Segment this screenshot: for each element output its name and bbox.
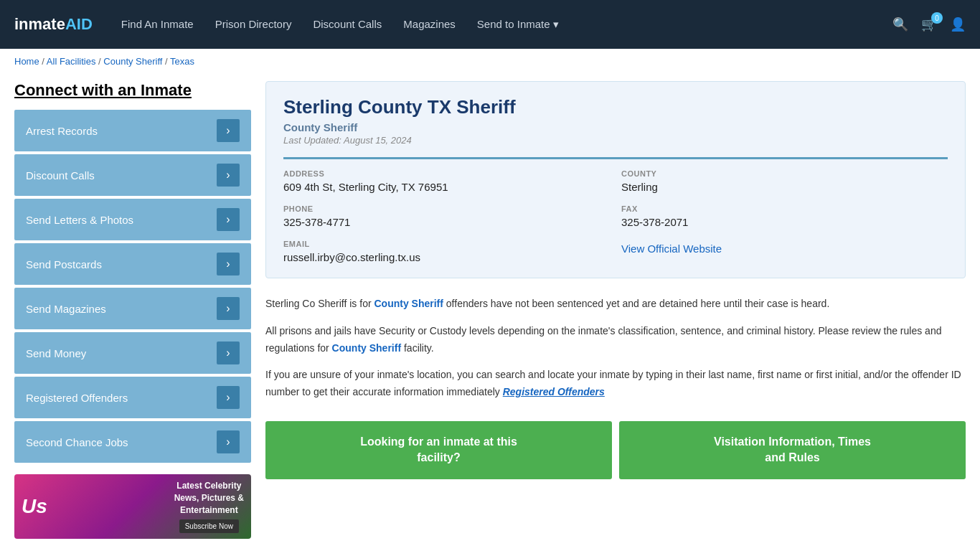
registered-offenders-link[interactable]: Registered Offenders <box>503 386 605 397</box>
chevron-right-icon: › <box>217 253 240 276</box>
cart-icon[interactable]: 🛒 0 <box>921 17 937 32</box>
address-label: ADDRESS <box>283 169 610 178</box>
chevron-right-icon: › <box>217 297 240 320</box>
facility-name: Sterling County TX Sheriff <box>283 96 948 118</box>
fax-label: FAX <box>621 204 948 213</box>
breadcrumb-texas[interactable]: Texas <box>170 56 194 67</box>
breadcrumb-all-facilities[interactable]: All Facilities <box>47 56 96 67</box>
description-para2: All prisons and jails have Security or C… <box>265 323 966 357</box>
sidebar-item-discount-calls[interactable]: Discount Calls › <box>14 154 251 196</box>
nav-links: Find An Inmate Prison Directory Discount… <box>121 18 878 31</box>
sidebar-item-send-postcards[interactable]: Send Postcards › <box>14 243 251 285</box>
advertisement-banner[interactable]: Us Latest Celebrity News, Pictures & Ent… <box>14 474 251 539</box>
sidebar: Connect with an Inmate Arrest Records › … <box>14 81 251 539</box>
sidebar-item-registered-offenders[interactable]: Registered Offenders › <box>14 377 251 418</box>
search-icon[interactable]: 🔍 <box>892 17 908 32</box>
nav-prison-directory[interactable]: Prison Directory <box>215 18 292 31</box>
user-icon[interactable]: 👤 <box>950 17 966 32</box>
main-container: Connect with an Inmate Arrest Records › … <box>0 74 980 551</box>
nav-discount-calls[interactable]: Discount Calls <box>313 18 382 31</box>
facility-info-grid: ADDRESS 609 4th St, Sterling City, TX 76… <box>283 157 948 263</box>
sidebar-item-second-chance-jobs[interactable]: Second Chance Jobs › <box>14 421 251 463</box>
chevron-right-icon: › <box>217 430 240 453</box>
nav-magazines[interactable]: Magazines <box>403 18 456 31</box>
sidebar-item-send-magazines[interactable]: Send Magazines › <box>14 288 251 329</box>
bottom-buttons: Looking for an inmate at this facility? … <box>265 421 966 479</box>
ad-logo: Us <box>22 495 47 518</box>
view-official-website-link[interactable]: View Official Website <box>621 242 722 255</box>
nav-icon-group: 🔍 🛒 0 👤 <box>892 17 966 32</box>
navbar: inmateAID Find An Inmate Prison Director… <box>0 0 980 49</box>
phone-block: PHONE 325-378-4771 <box>283 204 610 228</box>
chevron-right-icon: › <box>217 342 240 364</box>
address-block: ADDRESS 609 4th St, Sterling City, TX 76… <box>283 169 610 193</box>
county-sheriff-link-1[interactable]: County Sheriff <box>374 298 443 309</box>
breadcrumb-home[interactable]: Home <box>14 56 39 67</box>
county-sheriff-link-2[interactable]: County Sheriff <box>332 342 401 354</box>
sidebar-item-send-letters-photos[interactable]: Send Letters & Photos › <box>14 199 251 240</box>
subscribe-button[interactable]: Subscribe Now <box>179 519 239 533</box>
visitation-info-button[interactable]: Visitation Information, Times and Rules <box>619 421 966 479</box>
breadcrumb: Home / All Facilities / County Sheriff /… <box>0 49 980 74</box>
description-para3: If you are unsure of your inmate's locat… <box>265 367 966 401</box>
phone-value: 325-378-4771 <box>283 216 610 228</box>
breadcrumb-county-sheriff[interactable]: County Sheriff <box>103 56 162 67</box>
cart-badge-count: 0 <box>931 12 943 24</box>
sidebar-item-send-money[interactable]: Send Money › <box>14 332 251 374</box>
description-para1: Sterling Co Sheriff is for County Sherif… <box>265 296 966 313</box>
website-block: View Official Website <box>621 240 948 263</box>
facility-type: County Sheriff <box>283 121 948 133</box>
sidebar-item-arrest-records[interactable]: Arrest Records › <box>14 110 251 151</box>
fax-block: FAX 325-378-2071 <box>621 204 948 228</box>
phone-label: PHONE <box>283 204 610 213</box>
facility-card: Sterling County TX Sheriff County Sherif… <box>265 81 966 278</box>
looking-for-inmate-button[interactable]: Looking for an inmate at this facility? <box>265 421 612 479</box>
main-content: Sterling County TX Sheriff County Sherif… <box>265 81 966 539</box>
facility-description: Sterling Co Sheriff is for County Sherif… <box>265 293 966 414</box>
email-label: EMAIL <box>283 240 610 248</box>
sidebar-heading: Connect with an Inmate <box>14 81 251 100</box>
sidebar-menu: Arrest Records › Discount Calls › Send L… <box>14 110 251 463</box>
nav-send-to-inmate[interactable]: Send to Inmate ▾ <box>477 18 559 31</box>
nav-find-inmate[interactable]: Find An Inmate <box>121 18 194 31</box>
email-value: russell.irby@co.sterling.tx.us <box>283 251 610 263</box>
chevron-right-icon: › <box>217 386 240 409</box>
chevron-right-icon: › <box>217 119 240 142</box>
email-block: EMAIL russell.irby@co.sterling.tx.us <box>283 240 610 263</box>
county-value: Sterling <box>621 181 948 193</box>
chevron-right-icon: › <box>217 208 240 231</box>
ad-text: Latest Celebrity News, Pictures & Entert… <box>174 480 244 532</box>
chevron-right-icon: › <box>217 164 240 187</box>
county-block: COUNTY Sterling <box>621 169 948 193</box>
last-updated: Last Updated: August 15, 2024 <box>283 135 948 146</box>
address-value: 609 4th St, Sterling City, TX 76951 <box>283 181 610 193</box>
logo[interactable]: inmateAID <box>14 15 93 34</box>
fax-value: 325-378-2071 <box>621 216 948 228</box>
county-label: COUNTY <box>621 169 948 178</box>
